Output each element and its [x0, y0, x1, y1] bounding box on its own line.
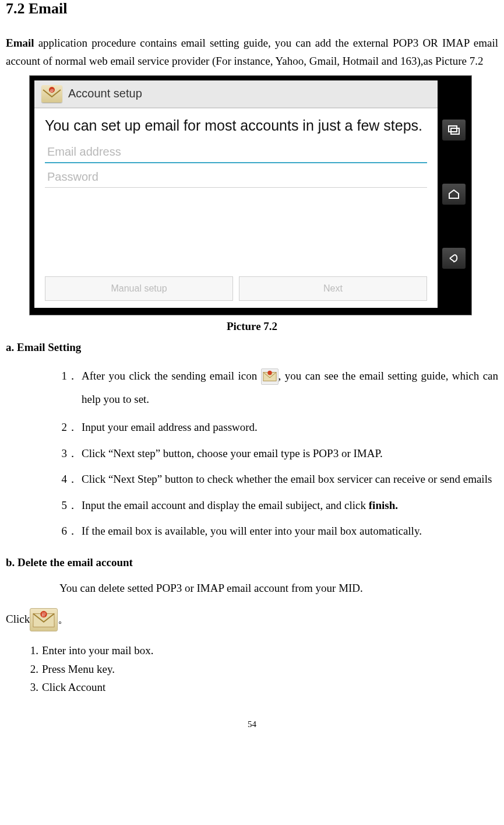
list-number: 2. [24, 661, 38, 677]
list-text: Click “Next step” button, choose your em… [82, 447, 383, 459]
section-title: 7.2 Email [6, 0, 498, 17]
list-item: 4． Click “Next Step” button to check whe… [82, 471, 498, 488]
svg-point-5 [267, 371, 272, 375]
app-header: @ Account setup [34, 80, 438, 108]
list-number: 4． [61, 471, 78, 488]
app-header-title: Account setup [68, 87, 142, 100]
list-number: 3. [24, 679, 38, 696]
figure-caption: Picture 7.2 [6, 320, 498, 333]
password-input[interactable]: Password [45, 167, 427, 188]
setup-headline: You can set up email for most accounts i… [45, 117, 427, 135]
list-text: Press Menu key. [42, 663, 115, 675]
intro-paragraph: Email application procedure contains ema… [6, 34, 498, 71]
list-number: 5． [61, 497, 78, 514]
list-item: 1. Enter into your mail box. [42, 642, 498, 659]
setup-body: You can set up email for most accounts i… [34, 108, 438, 308]
email-app-icon: @ [41, 85, 62, 103]
section-a-list: 1． After you click the sending email ico… [6, 364, 498, 540]
list-number: 3． [61, 445, 78, 462]
section-b-list: 1. Enter into your mail box. 2. Press Me… [6, 642, 498, 696]
list-text: Click Account [42, 681, 105, 693]
email-input[interactable]: Email address [45, 142, 427, 163]
device-frame: @ Account setup You can set up email for… [29, 75, 472, 315]
list-item: 1． After you click the sending email ico… [82, 364, 498, 411]
list-item: 2. Press Menu key. [42, 661, 498, 677]
list-text: Click “Next Step” button to check whethe… [82, 473, 492, 485]
manual-setup-button[interactable]: Manual setup [45, 276, 233, 301]
list-number: 1. [24, 642, 38, 659]
intro-rest: application procedure contains email set… [6, 37, 498, 67]
click-word: Click [6, 613, 30, 625]
email-icon [261, 368, 279, 385]
recents-button[interactable] [442, 120, 466, 141]
list-item: 3． Click “Next step” button, choose your… [82, 445, 498, 462]
home-button[interactable] [442, 184, 466, 205]
back-button[interactable] [442, 248, 466, 269]
list-text: If the email box is available, you will … [82, 525, 422, 537]
svg-text:@: @ [42, 612, 46, 617]
list-item: 3. Click Account [42, 679, 498, 696]
list-text: Input your email address and password. [82, 421, 258, 433]
click-instruction: Click@。 [6, 608, 498, 632]
list-number: 2． [61, 419, 78, 436]
app-screen: @ Account setup You can set up email for… [34, 80, 438, 308]
page-number: 54 [6, 719, 498, 729]
list-number: 6． [61, 522, 78, 540]
system-nav-bar [441, 80, 467, 308]
email-icon: @ [30, 608, 58, 631]
figure-7-2: @ Account setup You can set up email for… [29, 75, 475, 315]
section-b-title: b. Delete the email account [6, 556, 498, 569]
list-item: 5． Input the email account and display t… [82, 497, 498, 514]
list-text-pre: Input the email account and display the … [82, 499, 369, 511]
section-b-description: You can delete setted POP3 or IMAP email… [59, 580, 498, 597]
click-punct: 。 [58, 613, 69, 625]
list-text: Enter into your mail box. [42, 644, 154, 657]
intro-bold-word: Email [6, 37, 34, 49]
list-item: 2． Input your email address and password… [82, 419, 498, 436]
section-a-title: a. Email Setting [6, 341, 498, 354]
next-button[interactable]: Next [239, 276, 427, 301]
list-number: 1． [61, 364, 78, 388]
svg-text:@: @ [50, 88, 54, 93]
list-item: 6． If the email box is available, you wi… [82, 522, 498, 540]
list-text-bold: finish. [369, 499, 398, 511]
list-text-pre: After you click the sending email icon [82, 370, 261, 382]
